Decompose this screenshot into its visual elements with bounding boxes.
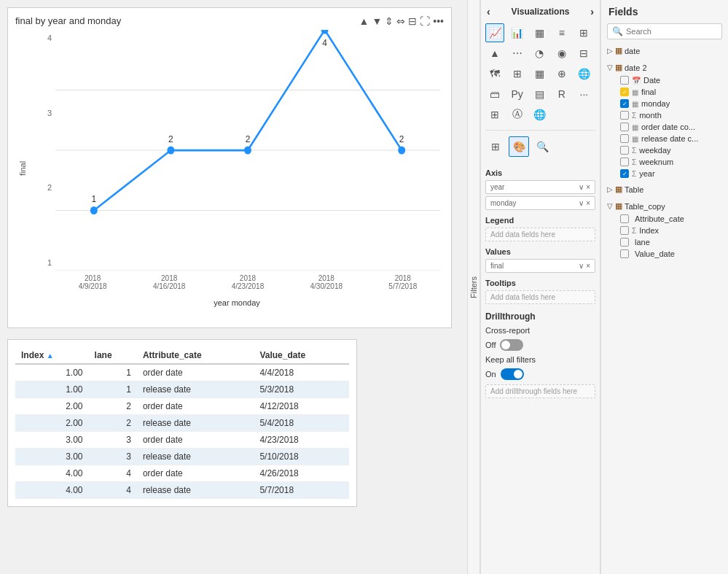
field-group-tablecopy-header[interactable]: ▽ ▦ Table_copy [604, 199, 725, 213]
field-group-date2-header[interactable]: ▽ ▦ date 2 [604, 61, 725, 74]
field-check-orderdate[interactable] [620, 123, 629, 131]
axis-pill-year[interactable]: year ∨ × [485, 180, 595, 194]
more-icon[interactable]: ••• [433, 15, 444, 27]
viz-icon-c3[interactable]: 🌐 [530, 105, 549, 124]
field-item-final[interactable]: ✓ ▦ final [604, 86, 725, 98]
viz-icon-matrix[interactable]: ▦ [530, 64, 549, 83]
axis-pill-monday[interactable]: monday ∨ × [485, 196, 595, 210]
table-row: 4.00 4 order date 4/26/2018 [15, 465, 349, 482]
field-check-Date[interactable] [620, 76, 629, 85]
viz-icon-donut[interactable]: ◉ [552, 44, 571, 63]
cross-report-toggle[interactable] [500, 339, 523, 351]
sort-desc-icon[interactable]: ▼ [372, 15, 382, 27]
viz-icon-c1[interactable]: ⊞ [485, 105, 504, 124]
field-group-date-header[interactable]: ▷ ▦ date [604, 44, 725, 58]
field-check-indexfield[interactable] [620, 226, 629, 235]
cell-lane: 4 [89, 465, 137, 482]
field-item-attrcate[interactable]: Attribute_cate [604, 213, 725, 225]
cell-index: 1.00 [15, 381, 89, 398]
viz-icon-bar4[interactable]: ⊞ [574, 23, 593, 42]
table-row: 2.00 2 release date 5/4/2018 [15, 415, 349, 432]
viz-icon-area[interactable]: ▲ [485, 44, 504, 63]
viz-icon-bar2[interactable]: ▦ [530, 23, 549, 42]
field-group-table: ▷ ▦ Table [601, 181, 728, 198]
viz-analytics-icon[interactable]: 🔍 [532, 136, 552, 157]
viz-icon-pie[interactable]: ◔ [530, 44, 549, 63]
viz-icon-line[interactable]: 📈 [485, 23, 504, 42]
field-check-weekday[interactable] [620, 146, 629, 155]
viz-fields-icon[interactable]: ⊞ [485, 136, 506, 157]
monday-type-icon: ▦ [632, 100, 638, 108]
field-item-weeknum[interactable]: Σ weeknum [604, 156, 725, 168]
viz-panel-chevron-left[interactable]: ‹ [487, 6, 490, 18]
legend-empty[interactable]: Add data fields here [485, 228, 595, 241]
viz-icon-c2[interactable]: Ⓐ [508, 105, 527, 124]
fields-panel: Fields 🔍 ▷ ▦ date ▽ ▦ date 2 📅 Date ✓ ▦ … [600, 0, 728, 574]
field-item-month[interactable]: Σ month [604, 109, 725, 121]
viz-icon-treemap[interactable]: ⊟ [574, 44, 593, 63]
table-row: 1.00 1 release date 5/3/2018 [15, 381, 349, 398]
col-value[interactable]: Value_date [254, 347, 349, 364]
viz-icon-bar[interactable]: 📊 [508, 23, 527, 42]
col-attr[interactable]: Attribute_cate [137, 347, 254, 364]
viz-icon-bar3[interactable]: ≡ [552, 23, 571, 42]
values-pill-final[interactable]: final ∨ × [485, 259, 595, 273]
drillthrough-empty[interactable]: Add drillthrough fields here [485, 384, 595, 398]
fields-search[interactable]: 🔍 [607, 23, 722, 39]
field-check-lanefield[interactable] [620, 238, 629, 247]
collapse-icon[interactable]: ⇔ [396, 15, 405, 27]
viz-icon-map[interactable]: 🗺 [485, 64, 504, 83]
drillthrough-label: Drillthrough [485, 311, 595, 322]
field-item-monday[interactable]: ✓ ▦ monday [604, 98, 725, 109]
viz-icon-scatter[interactable]: ⋯ [508, 44, 527, 63]
filters-panel[interactable]: Filters [467, 0, 480, 574]
col-lane[interactable]: lane [89, 347, 137, 364]
viz-icon-c5[interactable] [574, 105, 593, 124]
field-check-year[interactable]: ✓ [620, 169, 629, 178]
field-group-table-header[interactable]: ▷ ▦ Table [604, 182, 725, 196]
field-check-month[interactable] [620, 111, 629, 120]
field-item-year[interactable]: ✓ Σ year [604, 168, 725, 179]
viz-icon-slicer[interactable]: Py [508, 85, 527, 104]
viz-icon-c4[interactable] [552, 105, 571, 124]
cross-report-toggle-row: Off [485, 339, 595, 351]
field-check-attrcate[interactable] [620, 214, 629, 223]
viz-icon-custom2[interactable]: R [552, 85, 571, 104]
field-check-monday[interactable]: ✓ [620, 99, 629, 108]
fullscreen-icon[interactable]: ⛶ [420, 15, 430, 27]
field-check-releasedate[interactable] [620, 134, 629, 143]
field-check-final[interactable]: ✓ [620, 88, 629, 96]
filter-icon[interactable]: ⊟ [408, 15, 417, 27]
viz-panel-chevron-right[interactable]: › [590, 6, 594, 18]
viz-icon-custom1[interactable]: ▤ [530, 85, 549, 104]
cell-lane: 3 [89, 432, 137, 449]
sort-asc-icon[interactable]: ▲ [359, 15, 369, 27]
field-item-valuedatefield[interactable]: Value_date [604, 248, 725, 260]
field-check-weeknum[interactable] [620, 158, 629, 166]
field-item-releasedate-name: release date c... [641, 134, 698, 143]
field-item-orderdate[interactable]: ▦ order date co... [604, 121, 725, 133]
viz-icon-gauge[interactable]: ⊕ [552, 64, 571, 83]
field-item-weekday[interactable]: Σ weekday [604, 144, 725, 156]
field-item-releasedate[interactable]: ▦ release date c... [604, 133, 725, 144]
expand-icon[interactable]: ⇕ [385, 15, 394, 27]
cell-value: 4/12/2018 [254, 398, 349, 415]
keep-filters-row: Keep all filters [485, 355, 595, 364]
viz-icon-kpi[interactable]: 🗃 [485, 85, 504, 104]
tooltips-empty[interactable]: Add data fields here [485, 290, 595, 304]
col-index[interactable]: Index ▲ [15, 347, 89, 364]
search-input[interactable] [626, 27, 727, 36]
table-row: 1.00 1 order date 4/4/2018 [15, 364, 349, 381]
values-pill-controls: ∨ × [579, 262, 590, 270]
viz-icon-table[interactable]: ⊞ [508, 64, 527, 83]
keep-filters-toggle[interactable] [501, 368, 524, 380]
viz-format-icon[interactable]: 🎨 [509, 136, 529, 157]
field-item-lanefield[interactable]: lane [604, 236, 725, 248]
final-type-icon: ▦ [632, 88, 638, 96]
field-item-Date[interactable]: 📅 Date [604, 74, 725, 86]
viz-bottom-icons: ⊞ 🎨 🔍 [481, 133, 600, 160]
viz-icon-custom3[interactable]: ··· [574, 85, 593, 104]
viz-icon-card[interactable]: 🌐 [574, 64, 593, 83]
field-item-indexfield[interactable]: Σ Index [604, 225, 725, 236]
field-check-valuedatefield[interactable] [620, 249, 629, 258]
